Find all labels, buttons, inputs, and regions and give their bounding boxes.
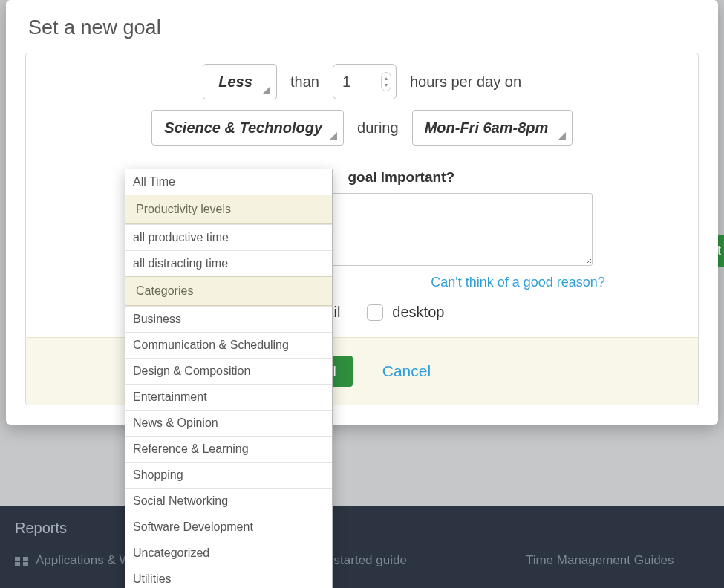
desktop-checkbox[interactable]	[367, 304, 383, 321]
dropdown-item[interactable]: All Time	[125, 169, 332, 195]
dropdown-item[interactable]: Design & Composition	[125, 358, 332, 384]
cancel-button[interactable]: Cancel	[382, 362, 431, 380]
schedule-select[interactable]: Mon-Fri 6am-8pm	[412, 110, 573, 146]
dropdown-item[interactable]: Software Development	[125, 514, 332, 540]
dropdown-item[interactable]: Communication & Scheduling	[125, 332, 332, 358]
goal-amount-row: Less than 1 ▴▾ hours per day on	[26, 53, 698, 110]
dropdown-item[interactable]: News & Opinion	[125, 410, 332, 436]
dropdown-item[interactable]: all productive time	[125, 224, 332, 250]
dropdown-section-header: Productivity levels	[125, 195, 332, 224]
dropdown-item[interactable]: Social Networking	[125, 488, 332, 514]
background-footer: Reports Applications & Websites Getting …	[0, 506, 724, 588]
amount-direction-select[interactable]: Less	[203, 64, 277, 99]
dropdown-item[interactable]: Uncategorized	[125, 540, 332, 566]
category-select[interactable]: Science & Technology	[151, 110, 344, 146]
cant-think-reason-link[interactable]: Can't think of a good reason?	[431, 275, 605, 290]
dropdown-item[interactable]: Entertainment	[125, 384, 332, 410]
dropdown-item[interactable]: all distracting time	[125, 250, 332, 276]
schedule-select-label: Mon-Fri 6am-8pm	[425, 120, 549, 137]
dropdown-item[interactable]: Business	[125, 306, 332, 332]
background-footer-links: Applications & Websites Getting started …	[15, 553, 709, 568]
unit-text: hours per day on	[410, 74, 521, 91]
hours-input[interactable]: 1 ▴▾	[333, 64, 397, 99]
goal-target-row: Science & Technology during Mon-Fri 6am-…	[26, 110, 698, 156]
than-text: than	[290, 74, 319, 91]
footer-link-time-mgmt[interactable]: Time Management Guides	[526, 553, 674, 568]
during-text: during	[357, 120, 399, 137]
reports-heading: Reports	[15, 520, 709, 537]
set-goal-modal: Set a new goal Less than 1 ▴▾ hours per …	[6, 0, 718, 425]
desktop-label: desktop	[392, 304, 444, 321]
modal-title: Set a new goal	[6, 16, 718, 53]
dropdown-section-header: Categories	[125, 276, 332, 306]
chevron-down-icon	[262, 86, 270, 94]
hours-value: 1	[342, 74, 350, 91]
chevron-down-icon	[329, 132, 337, 140]
number-stepper-icon[interactable]: ▴▾	[381, 72, 391, 91]
category-dropdown[interactable]: All TimeProductivity levelsall productiv…	[125, 169, 333, 588]
grid-icon	[15, 557, 28, 566]
category-select-label: Science & Technology	[164, 120, 322, 137]
amount-direction-label: Less	[218, 74, 252, 91]
dropdown-item[interactable]: Reference & Learning	[125, 436, 332, 462]
chevron-down-icon	[558, 132, 566, 140]
dropdown-item[interactable]: Utilities	[125, 566, 332, 588]
dropdown-item[interactable]: Shopping	[125, 462, 332, 488]
